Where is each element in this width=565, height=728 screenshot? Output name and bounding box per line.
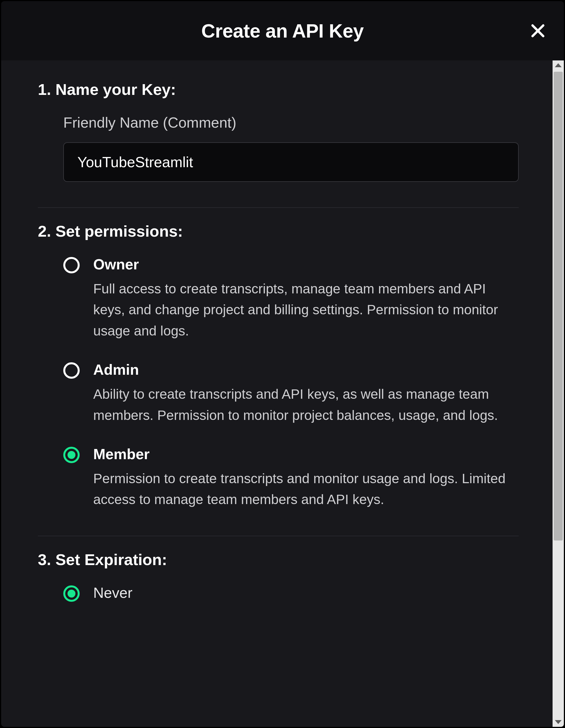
scrollbar[interactable] <box>553 60 564 727</box>
divider <box>38 536 519 536</box>
permission-desc: Full access to create transcripts, manag… <box>93 278 519 341</box>
permission-title: Owner <box>93 256 519 273</box>
permission-option-admin[interactable]: Admin Ability to create transcripts and … <box>63 361 519 426</box>
expiration-radio-group: Never <box>63 584 519 602</box>
modal-header: Create an API Key <box>1 1 564 60</box>
permission-title: Member <box>93 446 519 463</box>
divider <box>38 207 519 208</box>
permission-title: Admin <box>93 361 519 378</box>
close-button[interactable] <box>529 22 547 40</box>
radio-content: Never <box>93 584 519 601</box>
create-api-key-modal: Create an API Key 1. Name your Key: Frie… <box>1 1 564 727</box>
permission-option-owner[interactable]: Owner Full access to create transcripts,… <box>63 256 519 341</box>
section-permissions-heading: 2. Set permissions: <box>38 222 519 240</box>
permissions-radio-group: Owner Full access to create transcripts,… <box>63 256 519 510</box>
radio-content: Owner Full access to create transcripts,… <box>93 256 519 341</box>
close-icon <box>530 23 546 38</box>
section-name-heading: 1. Name your Key: <box>38 80 519 99</box>
radio-icon <box>63 585 80 602</box>
section-expiration-heading: 3. Set Expiration: <box>38 550 519 569</box>
permission-desc: Ability to create transcripts and API ke… <box>93 384 519 426</box>
radio-content: Admin Ability to create transcripts and … <box>93 361 519 426</box>
scroll-up-icon <box>555 63 562 67</box>
permission-desc: Permission to create transcripts and mon… <box>93 468 519 510</box>
friendly-name-label: Friendly Name (Comment) <box>63 114 519 131</box>
scrollbar-thumb[interactable] <box>554 72 563 540</box>
permission-option-member[interactable]: Member Permission to create transcripts … <box>63 446 519 510</box>
radio-icon <box>63 257 80 273</box>
expiration-title: Never <box>93 584 519 601</box>
radio-icon <box>63 447 80 463</box>
radio-content: Member Permission to create transcripts … <box>93 446 519 510</box>
radio-icon <box>63 362 80 379</box>
friendly-name-input[interactable] <box>63 142 519 182</box>
scroll-down-icon <box>555 720 562 724</box>
modal-body-wrap: 1. Name your Key: Friendly Name (Comment… <box>1 60 564 727</box>
expiration-option-never[interactable]: Never <box>63 584 519 602</box>
modal-title: Create an API Key <box>201 20 364 42</box>
modal-body: 1. Name your Key: Friendly Name (Comment… <box>1 60 553 727</box>
